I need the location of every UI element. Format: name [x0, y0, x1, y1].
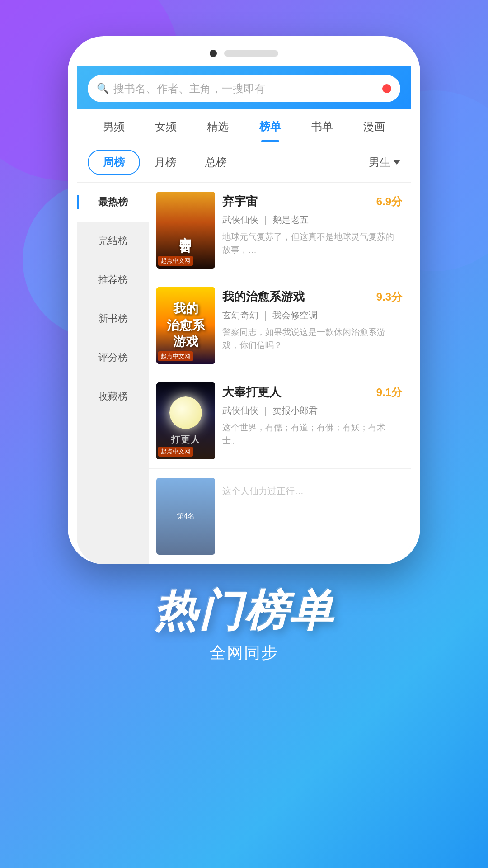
book-score-1: 6.9分: [376, 194, 402, 209]
book-score-2: 9.3分: [376, 290, 402, 304]
sub-tab-weekly[interactable]: 周榜: [88, 150, 140, 175]
sub-tab-monthly[interactable]: 月榜: [140, 151, 191, 174]
book-author-2: 我会修空调: [272, 310, 318, 320]
book-info-1: 弃宇宙 6.9分 武侠仙侠 ｜ 鹅是老五 地球元气复苏了，但这真不是地球灵气复苏…: [222, 192, 402, 256]
bottom-section: 热门榜单 全网同步: [154, 564, 334, 691]
cover2-badge: 起点中文网: [158, 351, 193, 361]
book-title-row-1: 弃宇宙 6.9分: [222, 193, 402, 209]
book-author-3: 卖报小郎君: [272, 406, 318, 415]
book-cover-3: 打更人 起点中文网: [156, 382, 215, 459]
cover3-badge: 起点中文网: [158, 447, 193, 457]
sub-slogan: 全网同步: [154, 642, 334, 664]
book-title-3: 大奉打更人: [222, 384, 281, 400]
book-item-3[interactable]: 打更人 起点中文网 大奉打更人 9.1分 武侠仙侠 ｜ 卖报小郎君: [149, 373, 411, 469]
search-icon: 🔍: [97, 83, 109, 94]
sidebar-item-score[interactable]: 评分榜: [77, 338, 149, 377]
book-author-1: 鹅是老五: [272, 215, 309, 225]
sidebar-item-completed[interactable]: 完结榜: [77, 222, 149, 260]
sub-tab-male-label: 男生: [369, 155, 390, 170]
sub-tab-all[interactable]: 总榜: [191, 151, 241, 174]
book-title-1: 弃宇宙: [222, 193, 258, 209]
cover4-text: 第4名: [177, 512, 195, 521]
sidebar: 最热榜 完结榜 推荐榜 新书榜 评分榜 收藏榜: [77, 183, 149, 564]
sub-tab-male-dropdown[interactable]: 男生: [369, 155, 400, 170]
book-item-2[interactable]: 我的治愈系游戏 起点中文网 我的治愈系游戏 9.3分 玄幻奇幻 ｜ 我会修空调: [149, 278, 411, 373]
search-bar-container: 🔍 搜书名、作者、主角，一搜即有: [77, 66, 411, 109]
book-separator-2: ｜: [261, 310, 273, 320]
cover2-title: 我的治愈系游戏: [165, 299, 206, 352]
book-item-4[interactable]: 第4名 这个人仙力过正行…: [149, 469, 411, 564]
book-genre-2: 玄幻奇幻: [222, 310, 258, 320]
tab-booklist[interactable]: 书单: [296, 109, 348, 142]
search-record-dot: [382, 84, 391, 93]
book-score-3: 9.1分: [376, 385, 402, 400]
book-cover-2: 我的治愈系游戏 起点中文网: [156, 287, 215, 364]
content-area: 最热榜 完结榜 推荐榜 新书榜 评分榜 收藏榜 弃宇宙 起点中文网 弃: [77, 183, 411, 564]
sidebar-item-recommended[interactable]: 推荐榜: [77, 260, 149, 299]
cover3-moon: [169, 396, 202, 429]
book-meta-3: 武侠仙侠 ｜ 卖报小郎君: [222, 405, 402, 417]
tab-ranking[interactable]: 榜单: [244, 109, 296, 142]
book-desc-3: 这个世界，有儒；有道；有佛；有妖；有术士。…: [222, 421, 402, 447]
sub-tabs-row: 周榜 月榜 总榜 男生: [77, 142, 411, 183]
phone-shell: 🔍 搜书名、作者、主角，一搜即有 男频 女频 精选 榜单 书单 漫画 周榜 月榜…: [68, 36, 420, 564]
book-title-row-3: 大奉打更人 9.1分: [222, 384, 402, 400]
nav-tabs: 男频 女频 精选 榜单 书单 漫画: [77, 109, 411, 142]
cover3-text: 打更人: [171, 434, 201, 446]
speaker-bar: [224, 50, 278, 57]
main-slogan: 热门榜单: [154, 587, 334, 635]
tab-selected[interactable]: 精选: [192, 109, 244, 142]
book-title-row-2: 我的治愈系游戏 9.3分: [222, 289, 402, 305]
search-placeholder: 搜书名、作者、主角，一搜即有: [113, 81, 382, 96]
tab-male[interactable]: 男频: [88, 109, 140, 142]
sidebar-item-favorites[interactable]: 收藏榜: [77, 377, 149, 416]
book-list: 弃宇宙 起点中文网 弃宇宙 6.9分 武侠仙侠 ｜ 鹅是老五: [149, 183, 411, 564]
book-info-4: 这个人仙力过正行…: [222, 478, 402, 498]
book-meta-1: 武侠仙侠 ｜ 鹅是老五: [222, 214, 402, 226]
app-screen: 🔍 搜书名、作者、主角，一搜即有 男频 女频 精选 榜单 书单 漫画 周榜 月榜…: [77, 66, 411, 564]
cover1-title: 弃宇宙: [178, 227, 194, 233]
book-item-1[interactable]: 弃宇宙 起点中文网 弃宇宙 6.9分 武侠仙侠 ｜ 鹅是老五: [149, 183, 411, 278]
book-desc-4: 这个人仙力过正行…: [222, 480, 402, 498]
book-meta-2: 玄幻奇幻 ｜ 我会修空调: [222, 309, 402, 321]
tab-manga[interactable]: 漫画: [348, 109, 400, 142]
cover3-bg: 打更人 起点中文网: [156, 382, 215, 459]
book-title-2: 我的治愈系游戏: [222, 289, 305, 305]
book-separator-3: ｜: [261, 406, 273, 415]
camera-dot: [210, 50, 217, 57]
book-desc-1: 地球元气复苏了，但这真不是地球灵气复苏的故事，…: [222, 231, 402, 256]
phone-top-bar: [77, 50, 411, 66]
book-genre-3: 武侠仙侠: [222, 406, 258, 415]
tab-female[interactable]: 女频: [140, 109, 192, 142]
book-info-2: 我的治愈系游戏 9.3分 玄幻奇幻 ｜ 我会修空调 警察同志，如果我说这是一款休…: [222, 287, 402, 352]
book-separator-1: ｜: [261, 215, 273, 225]
book-cover-1: 弃宇宙 起点中文网: [156, 192, 215, 269]
book-desc-2: 警察同志，如果我说这是一款休闲治愈系游戏，你们信吗？: [222, 326, 402, 352]
cover1-badge: 起点中文网: [158, 256, 193, 266]
book-info-3: 大奉打更人 9.1分 武侠仙侠 ｜ 卖报小郎君 这个世界，有儒；有道；有佛；有妖…: [222, 382, 402, 447]
chevron-down-icon: [393, 160, 400, 165]
sidebar-item-hot[interactable]: 最热榜: [77, 183, 149, 222]
book-genre-1: 武侠仙侠: [222, 215, 258, 225]
sidebar-item-new[interactable]: 新书榜: [77, 299, 149, 338]
search-input-wrap[interactable]: 🔍 搜书名、作者、主角，一搜即有: [88, 75, 400, 102]
book-cover-4: 第4名: [156, 478, 215, 555]
cover2-bg: 我的治愈系游戏 起点中文网: [156, 287, 215, 364]
